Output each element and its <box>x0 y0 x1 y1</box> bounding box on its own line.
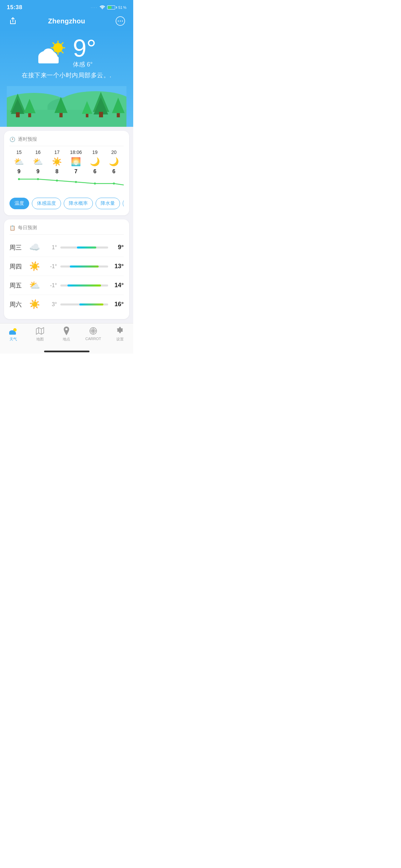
share-button[interactable] <box>7 15 19 27</box>
battery-icon: 51% <box>107 5 126 9</box>
nav-icon-carrot <box>89 326 97 336</box>
landscape-illustration <box>7 86 126 127</box>
content-area: 🕐 逐时预报 15 ⛅ 9 16 ⛅ 9 17 ☀️ 8 18:06 🌅 7 1… <box>0 127 133 323</box>
weather-icon <box>37 40 67 64</box>
day-icon: ☁️ <box>27 242 42 253</box>
nav-icon-settings <box>116 326 124 336</box>
day-name: 周六 <box>9 300 27 309</box>
nav-label-map: 地图 <box>36 337 44 342</box>
day-name: 周四 <box>9 262 27 271</box>
nav-item-weather[interactable]: 天气 <box>3 326 23 342</box>
nav-label-settings: 设置 <box>116 337 124 342</box>
svg-point-36 <box>75 181 77 183</box>
hour-temp: 6 <box>94 169 97 175</box>
nav-item-map[interactable]: 地图 <box>30 326 50 342</box>
wifi-icon <box>100 5 105 10</box>
bottom-nav: 天气 地图 地点 CARROT 设置 <box>0 323 133 349</box>
day-high: 13° <box>112 263 124 270</box>
day-high: 9° <box>112 244 124 251</box>
day-icon: ☀️ <box>27 299 42 310</box>
hour-temp: 7 <box>75 169 78 175</box>
svg-point-35 <box>56 180 58 182</box>
day-icon: ⛅ <box>27 280 42 291</box>
clock-icon: 🕐 <box>9 137 15 142</box>
temp-display: 9° 体感 6° <box>73 36 96 68</box>
svg-point-0 <box>102 8 103 9</box>
nav-item-settings[interactable]: 设置 <box>110 326 130 342</box>
day-name: 周三 <box>9 243 27 252</box>
svg-point-17 <box>43 48 54 58</box>
daily-row: 周六 ☀️ 3° 16° <box>9 295 124 314</box>
nav-item-location[interactable]: 地点 <box>56 326 77 342</box>
hour-temp: 6 <box>113 169 116 175</box>
svg-line-11 <box>62 52 63 53</box>
app-header: Zhengzhou <box>0 12 133 29</box>
svg-marker-31 <box>82 101 93 114</box>
hour-item: 19 🌙 6 <box>85 150 104 175</box>
hourly-title: 逐时预报 <box>18 136 37 142</box>
hour-item: 20 🌙 6 <box>104 150 123 175</box>
svg-rect-21 <box>16 112 20 117</box>
svg-point-4 <box>122 21 123 22</box>
status-icons: ···· 51% <box>91 5 126 10</box>
filter-buttons: 温度体感温度降水概率降水量风 <box>9 198 124 210</box>
nav-icon-weather <box>9 326 18 336</box>
hour-icon: 🌙 <box>90 156 100 167</box>
weather-description: 在接下来一个小时内局部多云。. <box>7 71 126 79</box>
filter-btn-rain-amount[interactable]: 降水量 <box>96 198 120 209</box>
hour-item: 16 ⛅ 9 <box>28 150 47 175</box>
temp-bar-fill <box>70 265 99 268</box>
nav-item-carrot[interactable]: CARROT <box>83 326 103 342</box>
svg-point-3 <box>120 21 121 22</box>
svg-point-37 <box>94 182 96 184</box>
hour-time: 19 <box>92 150 98 155</box>
hour-item: 21 🌙 4 <box>123 150 124 175</box>
day-low: -1° <box>42 263 57 270</box>
svg-line-13 <box>62 43 63 44</box>
svg-marker-47 <box>36 328 44 334</box>
hour-temp: 8 <box>56 169 59 175</box>
svg-point-33 <box>18 178 20 180</box>
daily-row: 周四 ☀️ -1° 13° <box>9 257 124 276</box>
filter-btn-feels[interactable]: 体感温度 <box>32 198 61 209</box>
svg-point-5 <box>53 43 63 53</box>
more-button[interactable] <box>114 15 126 27</box>
svg-rect-18 <box>38 57 59 63</box>
day-icon: ☀️ <box>27 261 42 272</box>
daily-row: 周五 ⛅ -1° 14° <box>9 276 124 295</box>
temp-bar <box>60 303 108 305</box>
city-title: Zhengzhou <box>48 17 85 25</box>
nav-icon-location <box>63 326 70 336</box>
svg-rect-23 <box>28 113 31 117</box>
hourly-header: 🕐 逐时预报 <box>9 136 124 146</box>
filter-btn-wind[interactable]: 风 <box>123 198 124 209</box>
hourly-card: 🕐 逐时预报 15 ⛅ 9 16 ⛅ 9 17 ☀️ 8 18:06 🌅 7 1… <box>4 131 129 215</box>
status-time: 15:38 <box>7 4 22 11</box>
day-low: 3° <box>42 301 57 308</box>
home-bar <box>44 351 89 352</box>
daily-title: 每日预测 <box>18 225 37 231</box>
nav-label-carrot: CARROT <box>85 337 101 341</box>
hour-item: 15 ⛅ 9 <box>9 150 28 175</box>
calendar-icon: 📋 <box>9 225 15 231</box>
day-low: -1° <box>42 282 57 289</box>
hour-item: 18:06 🌅 7 <box>66 150 85 175</box>
hour-time: 17 <box>54 150 60 155</box>
current-temp: 9° <box>73 36 96 60</box>
hour-icon: ☀️ <box>52 156 62 167</box>
nav-label-weather: 天气 <box>9 337 17 342</box>
temp-bar-fill <box>79 303 103 305</box>
temp-bar <box>60 284 108 287</box>
hour-icon: ⛅ <box>14 156 24 167</box>
hourly-scroll[interactable]: 15 ⛅ 9 16 ⛅ 9 17 ☀️ 8 18:06 🌅 7 19 🌙 6 2… <box>9 150 124 194</box>
filter-btn-temp[interactable]: 温度 <box>9 198 29 209</box>
svg-marker-29 <box>112 98 124 113</box>
svg-rect-32 <box>86 114 88 117</box>
weather-main: 9° 体感 6° 在接下来一个小时内局部多云。. <box>0 29 133 127</box>
current-weather-display: 9° 体感 6° <box>7 36 126 68</box>
svg-rect-25 <box>59 113 62 117</box>
filter-btn-rain-prob[interactable]: 降水概率 <box>64 198 93 209</box>
hour-item: 17 ☀️ 8 <box>47 150 66 175</box>
hour-temp: 9 <box>18 169 21 175</box>
day-high: 14° <box>112 282 124 289</box>
